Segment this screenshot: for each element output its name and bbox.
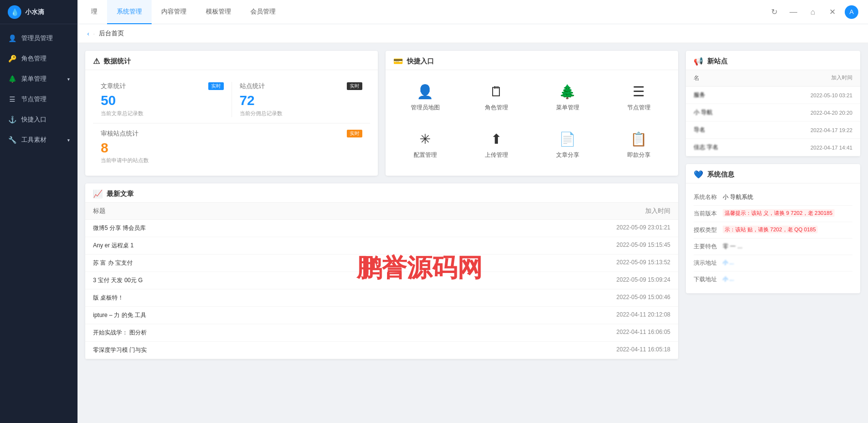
sidebar-item-quick-entry[interactable]: ⚓ 快捷入口 <box>0 109 78 130</box>
topnav: 理 系统管理 内容管理 模板管理 会员管理 ↻ — ⌂ ✕ A <box>78 0 868 24</box>
stat-articles-header: 文章统计 实时 <box>101 82 224 91</box>
warning-icon: ⚠ <box>93 57 100 66</box>
sysinfo-label: 当前版本 <box>694 210 723 218</box>
sidebar-logo: 💧 小水滴 <box>0 0 78 24</box>
stat-sites-label: 站点统计 <box>240 82 265 91</box>
table-row[interactable]: 微博5 分享 博会员库 2022-05-09 23:01:21 <box>85 220 678 237</box>
tab-manage[interactable]: 理 <box>81 0 107 24</box>
quick-admin-icon: 👤 <box>417 84 434 100</box>
sidebar-item-role-mgmt[interactable]: 🔑 角色管理 <box>0 48 78 69</box>
quick-node[interactable]: ☰ 节点管理 <box>607 78 670 118</box>
sidebar-item-admin-mgmt[interactable]: 👤 管理员管理 <box>0 28 78 48</box>
article-title: ipture – 力 的免 工具 <box>93 311 593 319</box>
quick-node-label: 节点管理 <box>627 104 651 112</box>
quick-role[interactable]: 🗒 角色管理 <box>465 78 528 118</box>
sidebar-item-label: 快捷入口 <box>21 115 70 124</box>
table-row[interactable]: 版 桌板特！ 2022-05-09 15:00:46 <box>85 289 678 307</box>
table-row[interactable]: 零深度学习模 门与实 2022-04-11 16:05:18 <box>85 342 678 359</box>
quick-entry-header: 💳 快捷入口 <box>386 51 678 70</box>
tab-content[interactable]: 内容管理 <box>152 0 196 24</box>
stat-articles-desc: 当前文章总记录数 <box>101 110 224 117</box>
download-link[interactable]: 小 ... <box>723 276 734 282</box>
quick-node-icon: ☰ <box>633 84 645 100</box>
articles-card: 📈 最新文章 标题 加入时间 微博5 分享 博会员库 2022-05-09 23… <box>85 183 678 359</box>
demo-link[interactable]: 小 ... <box>723 259 734 265</box>
refresh-button[interactable]: ↻ <box>767 5 781 19</box>
articles-title: 最新文章 <box>107 190 134 198</box>
stat-sites-badge: 实时 <box>347 82 362 90</box>
system-info-header: 💙 系统信息 <box>686 164 860 183</box>
breadcrumb-separator: · <box>93 30 95 37</box>
article-time: 2022-05-09 15:09:24 <box>593 276 670 285</box>
minimize-button[interactable]: — <box>787 5 800 19</box>
sidebar-item-label: 节点管理 <box>21 95 70 104</box>
tree-icon: 🌲 <box>8 75 16 83</box>
sysinfo-value: 示：该站 贴，请换 7202，老 QQ 0185 <box>723 226 852 233</box>
breadcrumb-current: 后台首页 <box>99 29 124 38</box>
sysinfo-row-version: 当前版本 温馨提示：该站 义，请换 9 7202，老 230185 <box>694 206 852 222</box>
logo-icon: 💧 <box>8 5 21 19</box>
key-icon: 🔑 <box>8 55 16 62</box>
stat-articles: 文章统计 实时 50 当前文章总记录数 <box>93 78 232 121</box>
site-time: 2022-05-10 03:21 <box>790 92 852 98</box>
quick-upload[interactable]: ⬆ 上传管理 <box>465 125 528 165</box>
table-row[interactable]: 开始实战学： 图分析 2022-04-11 16:06:05 <box>85 324 678 342</box>
breadcrumb-arrow[interactable]: ‹ <box>87 30 89 37</box>
table-row[interactable]: 3 宝付 天发 00元 G 2022-05-09 15:09:24 <box>85 272 678 289</box>
megaphone-icon: 📢 <box>694 57 703 66</box>
anchor-icon: ⚓ <box>8 116 16 123</box>
quick-article-share[interactable]: 📄 文章分享 <box>536 125 599 165</box>
system-info-title: 系统信息 <box>707 170 734 179</box>
list-item[interactable]: 导名 2022-04-17 19:22 <box>686 121 860 139</box>
site-time: 2022-04-20 20:20 <box>790 110 852 116</box>
close-button[interactable]: ✕ <box>825 5 839 19</box>
quick-menu[interactable]: 🌲 菜单管理 <box>536 78 599 118</box>
stat-review-label: 审核站点统计 <box>101 129 139 138</box>
sysinfo-row-name: 系统名称 小 导航系统 <box>694 189 852 206</box>
home-button[interactable]: ⌂ <box>806 5 820 19</box>
quick-entry-title: 快捷入口 <box>407 57 434 66</box>
sidebar-item-label: 角色管理 <box>21 54 70 63</box>
quick-config-icon: ✳ <box>419 131 431 147</box>
top-row: ⚠ 数据统计 文章统计 实时 50 当前文章总记录数 <box>85 51 678 176</box>
table-row[interactable]: ipture – 力 的免 工具 2022-04-11 20:12:08 <box>85 307 678 324</box>
quick-admin[interactable]: 👤 管理员地图 <box>393 78 457 118</box>
sysinfo-row-auth: 授权类型 示：该站 贴，请换 7202，老 QQ 0185 <box>694 222 852 239</box>
version-warn: 温馨提示：该站 义，请换 9 7202，老 230185 <box>723 209 835 217</box>
topnav-tabs: 理 系统管理 内容管理 模板管理 会员管理 <box>81 0 767 24</box>
tab-system[interactable]: 系统管理 <box>107 0 152 24</box>
list-item[interactable]: 佳志 字名 2022-04-17 14:41 <box>686 139 860 156</box>
auth-warn: 示：该站 贴，请换 7202，老 QQ 0185 <box>723 226 818 233</box>
sidebar-item-label: 管理员管理 <box>21 34 70 43</box>
new-sites-card: 📢 新站点 名 加入时间 服务 2022-05-10 03:21 小 导航 20… <box>686 51 860 156</box>
list-item[interactable]: 服务 2022-05-10 03:21 <box>686 87 860 104</box>
site-name: 导名 <box>694 126 790 134</box>
user-avatar[interactable]: A <box>845 5 858 19</box>
site-time: 2022-04-17 14:41 <box>790 145 852 151</box>
tab-member[interactable]: 会员管理 <box>241 0 285 24</box>
stats-title: 数据统计 <box>104 57 131 66</box>
article-time: 2022-04-11 16:06:05 <box>593 329 670 337</box>
article-time: 2022-05-09 23:01:21 <box>593 224 670 232</box>
table-row[interactable]: 苏 富 办 宝支付 2022-05-09 15:13:52 <box>85 255 678 272</box>
quick-admin-label: 管理员地图 <box>411 104 440 112</box>
article-title: 微博5 分享 博会员库 <box>93 224 593 232</box>
quick-config[interactable]: ✳ 配置管理 <box>393 125 457 165</box>
sidebar-item-menu-mgmt[interactable]: 🌲 菜单管理 ▾ <box>0 69 78 89</box>
sidebar-item-tools[interactable]: 🔧 工具素材 ▾ <box>0 130 78 150</box>
article-title: 版 桌板特！ <box>93 294 593 302</box>
breadcrumb: ‹ · 后台首页 <box>78 24 868 43</box>
articles-table-header: 标题 加入时间 <box>85 203 678 220</box>
quick-article-share-icon: 📄 <box>559 131 576 147</box>
chevron-down-icon: ▾ <box>67 137 70 143</box>
sidebar-item-node-mgmt[interactable]: ☰ 节点管理 <box>0 89 78 109</box>
quick-role-label: 角色管理 <box>485 104 508 112</box>
list-item[interactable]: 小 导航 2022-04-20 20:20 <box>686 104 860 121</box>
sidebar-item-label: 菜单管理 <box>21 75 67 83</box>
article-time: 2022-05-09 15:13:52 <box>593 259 670 267</box>
logo-text: 小水滴 <box>25 8 44 16</box>
article-title: 苏 富 办 宝支付 <box>93 259 593 267</box>
table-row[interactable]: Any er 远程桌 1 2022-05-09 15:15:45 <box>85 237 678 255</box>
quick-instant-share[interactable]: 📋 即款分享 <box>607 125 670 165</box>
tab-template[interactable]: 模板管理 <box>196 0 241 24</box>
